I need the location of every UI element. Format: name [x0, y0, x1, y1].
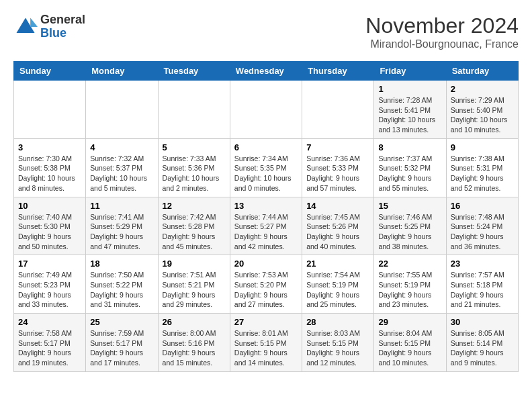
- calendar-cell: 1Sunrise: 7:28 AM Sunset: 5:41 PM Daylig…: [374, 81, 446, 139]
- day-number: 23: [451, 259, 514, 269]
- day-info: Sunrise: 7:30 AM Sunset: 5:38 PM Dayligh…: [18, 154, 81, 193]
- calendar-cell: 28Sunrise: 8:03 AM Sunset: 5:15 PM Dayli…: [302, 314, 374, 372]
- day-number: 21: [306, 259, 369, 269]
- weekday-header-friday: Friday: [374, 62, 446, 81]
- day-info: Sunrise: 7:36 AM Sunset: 5:33 PM Dayligh…: [306, 154, 369, 193]
- page-header: General Blue November 2024 Mirandol-Bour…: [13, 13, 519, 50]
- calendar-cell: 14Sunrise: 7:45 AM Sunset: 5:26 PM Dayli…: [302, 197, 374, 255]
- day-number: 22: [378, 259, 441, 269]
- day-info: Sunrise: 8:01 AM Sunset: 5:15 PM Dayligh…: [234, 328, 298, 368]
- day-info: Sunrise: 7:46 AM Sunset: 5:25 PM Dayligh…: [378, 212, 441, 252]
- day-number: 26: [163, 317, 226, 327]
- day-info: Sunrise: 7:29 AM Sunset: 5:40 PM Dayligh…: [451, 95, 514, 135]
- calendar-cell: 10Sunrise: 7:40 AM Sunset: 5:30 PM Dayli…: [14, 197, 86, 255]
- location-title: Mirandol-Bourgnounac, France: [365, 38, 519, 50]
- calendar-cell: [302, 81, 374, 139]
- day-info: Sunrise: 7:38 AM Sunset: 5:31 PM Dayligh…: [451, 154, 514, 193]
- day-info: Sunrise: 7:49 AM Sunset: 5:23 PM Dayligh…: [18, 270, 81, 310]
- day-number: 15: [378, 201, 441, 211]
- weekday-header-monday: Monday: [86, 62, 158, 81]
- logo: General Blue: [13, 13, 85, 40]
- calendar-cell: [158, 81, 230, 139]
- day-number: 24: [18, 317, 81, 327]
- logo-blue: Blue: [40, 26, 66, 40]
- calendar-week-1: 1Sunrise: 7:28 AM Sunset: 5:41 PM Daylig…: [14, 81, 519, 139]
- calendar-cell: 3Sunrise: 7:30 AM Sunset: 5:38 PM Daylig…: [14, 138, 86, 197]
- day-number: 7: [306, 142, 369, 152]
- day-number: 18: [90, 259, 153, 269]
- calendar-cell: 23Sunrise: 7:57 AM Sunset: 5:18 PM Dayli…: [446, 255, 518, 314]
- day-number: 1: [378, 84, 441, 94]
- day-number: 17: [18, 259, 81, 269]
- day-info: Sunrise: 7:57 AM Sunset: 5:18 PM Dayligh…: [451, 270, 514, 310]
- weekday-header-sunday: Sunday: [14, 62, 86, 81]
- calendar-cell: 25Sunrise: 7:59 AM Sunset: 5:17 PM Dayli…: [86, 314, 158, 372]
- day-info: Sunrise: 7:51 AM Sunset: 5:21 PM Dayligh…: [163, 270, 226, 310]
- month-title: November 2024: [365, 13, 519, 38]
- day-number: 25: [90, 317, 153, 327]
- day-number: 30: [451, 317, 514, 327]
- day-info: Sunrise: 7:40 AM Sunset: 5:30 PM Dayligh…: [18, 212, 81, 252]
- day-info: Sunrise: 8:05 AM Sunset: 5:14 PM Dayligh…: [451, 328, 514, 368]
- day-info: Sunrise: 7:33 AM Sunset: 5:36 PM Dayligh…: [163, 154, 226, 193]
- day-info: Sunrise: 7:44 AM Sunset: 5:27 PM Dayligh…: [234, 212, 298, 252]
- calendar-cell: 11Sunrise: 7:41 AM Sunset: 5:29 PM Dayli…: [86, 197, 158, 255]
- calendar-week-2: 3Sunrise: 7:30 AM Sunset: 5:38 PM Daylig…: [14, 138, 519, 197]
- calendar-cell: 8Sunrise: 7:37 AM Sunset: 5:32 PM Daylig…: [374, 138, 446, 197]
- weekday-header-thursday: Thursday: [302, 62, 374, 81]
- calendar-header: SundayMondayTuesdayWednesdayThursdayFrid…: [14, 62, 519, 81]
- day-info: Sunrise: 7:48 AM Sunset: 5:24 PM Dayligh…: [451, 212, 514, 252]
- calendar-cell: 13Sunrise: 7:44 AM Sunset: 5:27 PM Dayli…: [230, 197, 302, 255]
- day-number: 27: [234, 317, 298, 327]
- day-number: 13: [234, 201, 298, 211]
- calendar-cell: 4Sunrise: 7:32 AM Sunset: 5:37 PM Daylig…: [86, 138, 158, 197]
- day-number: 12: [163, 201, 226, 211]
- day-info: Sunrise: 8:03 AM Sunset: 5:15 PM Dayligh…: [306, 328, 369, 368]
- day-info: Sunrise: 7:28 AM Sunset: 5:41 PM Dayligh…: [378, 95, 441, 135]
- day-number: 29: [378, 317, 441, 327]
- day-number: 3: [18, 142, 81, 152]
- calendar-cell: 16Sunrise: 7:48 AM Sunset: 5:24 PM Dayli…: [446, 197, 518, 255]
- calendar-cell: 27Sunrise: 8:01 AM Sunset: 5:15 PM Dayli…: [230, 314, 302, 372]
- calendar-cell: 15Sunrise: 7:46 AM Sunset: 5:25 PM Dayli…: [374, 197, 446, 255]
- day-number: 9: [451, 142, 514, 152]
- day-number: 10: [18, 201, 81, 211]
- day-info: Sunrise: 7:54 AM Sunset: 5:19 PM Dayligh…: [306, 270, 369, 310]
- day-info: Sunrise: 7:42 AM Sunset: 5:28 PM Dayligh…: [163, 212, 226, 252]
- day-info: Sunrise: 7:34 AM Sunset: 5:35 PM Dayligh…: [234, 154, 298, 193]
- day-number: 14: [306, 201, 369, 211]
- calendar-cell: 30Sunrise: 8:05 AM Sunset: 5:14 PM Dayli…: [446, 314, 518, 372]
- day-number: 19: [163, 259, 226, 269]
- calendar-cell: 19Sunrise: 7:51 AM Sunset: 5:21 PM Dayli…: [158, 255, 230, 314]
- day-info: Sunrise: 7:45 AM Sunset: 5:26 PM Dayligh…: [306, 212, 369, 252]
- calendar-cell: 24Sunrise: 7:58 AM Sunset: 5:17 PM Dayli…: [14, 314, 86, 372]
- day-number: 8: [378, 142, 441, 152]
- day-info: Sunrise: 7:50 AM Sunset: 5:22 PM Dayligh…: [90, 270, 153, 310]
- calendar-week-3: 10Sunrise: 7:40 AM Sunset: 5:30 PM Dayli…: [14, 197, 519, 255]
- svg-marker-1: [30, 17, 38, 27]
- day-info: Sunrise: 8:00 AM Sunset: 5:16 PM Dayligh…: [163, 328, 226, 368]
- day-number: 11: [90, 201, 153, 211]
- calendar-cell: [230, 81, 302, 139]
- calendar-body: 1Sunrise: 7:28 AM Sunset: 5:41 PM Daylig…: [14, 81, 519, 372]
- calendar-week-5: 24Sunrise: 7:58 AM Sunset: 5:17 PM Dayli…: [14, 314, 519, 372]
- calendar-cell: 21Sunrise: 7:54 AM Sunset: 5:19 PM Dayli…: [302, 255, 374, 314]
- weekday-row: SundayMondayTuesdayWednesdayThursdayFrid…: [14, 62, 519, 81]
- day-info: Sunrise: 7:53 AM Sunset: 5:20 PM Dayligh…: [234, 270, 298, 310]
- weekday-header-tuesday: Tuesday: [158, 62, 230, 81]
- day-info: Sunrise: 7:32 AM Sunset: 5:37 PM Dayligh…: [90, 154, 153, 193]
- day-number: 2: [451, 84, 514, 94]
- day-info: Sunrise: 7:59 AM Sunset: 5:17 PM Dayligh…: [90, 328, 153, 368]
- title-block: November 2024 Mirandol-Bourgnounac, Fran…: [365, 13, 519, 50]
- weekday-header-saturday: Saturday: [446, 62, 518, 81]
- calendar-cell: 9Sunrise: 7:38 AM Sunset: 5:31 PM Daylig…: [446, 138, 518, 197]
- day-info: Sunrise: 8:04 AM Sunset: 5:15 PM Dayligh…: [378, 328, 441, 368]
- calendar-cell: 22Sunrise: 7:55 AM Sunset: 5:19 PM Dayli…: [374, 255, 446, 314]
- day-number: 5: [163, 142, 226, 152]
- calendar-cell: 29Sunrise: 8:04 AM Sunset: 5:15 PM Dayli…: [374, 314, 446, 372]
- day-number: 16: [451, 201, 514, 211]
- logo-general: General: [40, 13, 85, 26]
- calendar-cell: [14, 81, 86, 139]
- calendar-table: SundayMondayTuesdayWednesdayThursdayFrid…: [13, 61, 519, 372]
- calendar-cell: 7Sunrise: 7:36 AM Sunset: 5:33 PM Daylig…: [302, 138, 374, 197]
